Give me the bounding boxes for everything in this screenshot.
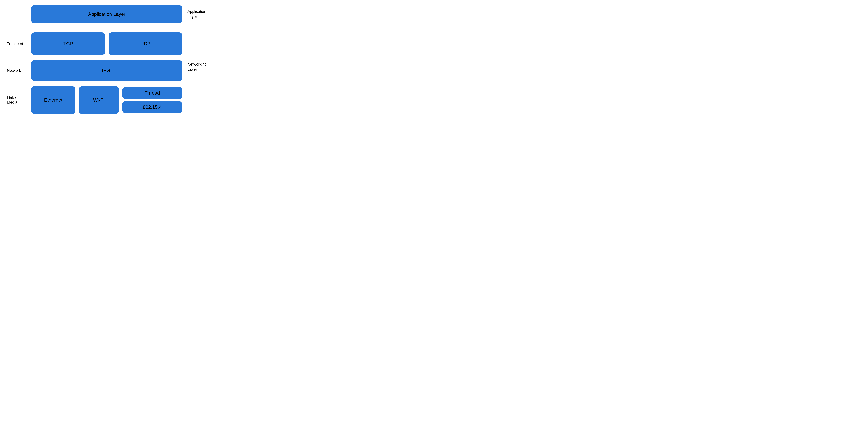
link-row: Ethernet Wi-Fi Thread 802.15.4 — [31, 86, 182, 114]
dashed-divider — [7, 27, 210, 27]
application-layer-label: Application Layer — [88, 11, 125, 17]
thread-block: Thread — [122, 87, 182, 99]
tcp-label: TCP — [63, 41, 73, 46]
center-content: TCP UDP IPv6 Ethernet Wi-Fi — [31, 32, 182, 114]
right-label-transport-spacer — [187, 32, 210, 55]
ethernet-block: Ethernet — [31, 86, 75, 114]
right-labels: Networking Layer — [187, 32, 210, 114]
ieee-block: 802.15.4 — [122, 101, 182, 113]
application-layer-block: Application Layer — [31, 5, 182, 23]
thread-label: Thread — [145, 90, 160, 96]
right-label-link-spacer — [187, 86, 210, 114]
transport-left-label: Transport — [7, 32, 26, 55]
networking-layer-right-label: Networking Layer — [187, 60, 210, 81]
ieee-label: 802.15.4 — [143, 104, 162, 110]
network-left-label: Network — [7, 60, 26, 81]
ethernet-label: Ethernet — [44, 97, 62, 103]
application-layer-row: Application Layer Application Layer — [7, 5, 210, 23]
application-layer-right-label: Application Layer — [187, 9, 210, 19]
ipv6-label: IPv6 — [102, 68, 112, 73]
transport-row: TCP UDP — [31, 32, 182, 55]
networking-section: Transport Network Link / Media TCP UDP I… — [7, 32, 210, 114]
wifi-block: Wi-Fi — [79, 86, 119, 114]
link-left-label: Link / Media — [7, 86, 26, 114]
udp-block: UDP — [108, 32, 182, 55]
network-row: IPv6 — [31, 60, 182, 81]
network-diagram: Application Layer Application Layer Tran… — [7, 5, 210, 114]
left-labels: Transport Network Link / Media — [7, 32, 26, 114]
udp-label: UDP — [140, 41, 151, 46]
thread-group: Thread 802.15.4 — [122, 87, 182, 113]
wifi-label: Wi-Fi — [93, 97, 104, 103]
ipv6-block: IPv6 — [31, 60, 182, 81]
tcp-block: TCP — [31, 32, 105, 55]
networking-layer-text: Networking Layer — [187, 62, 210, 72]
